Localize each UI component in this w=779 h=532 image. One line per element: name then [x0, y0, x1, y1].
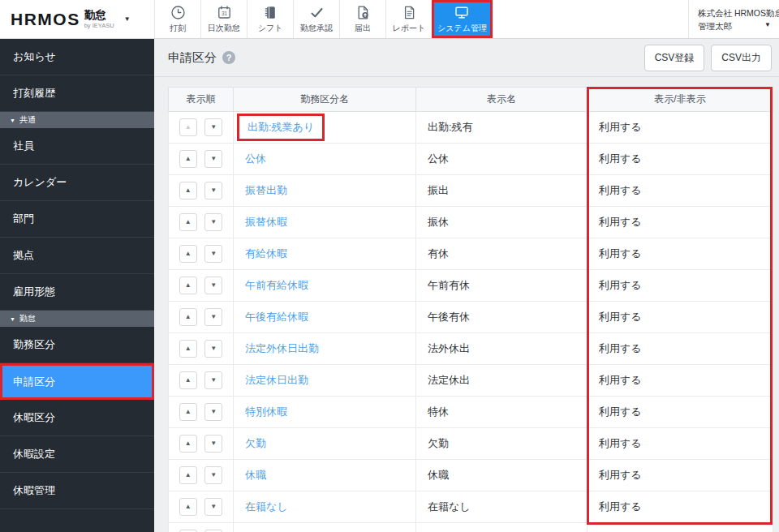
- work-category-link[interactable]: 特別休暇: [245, 405, 287, 418]
- sidebar-item-location[interactable]: 拠点: [0, 238, 154, 274]
- name-cell: 法定休日出勤: [234, 365, 416, 397]
- sidebar-item-employees[interactable]: 社員: [0, 128, 154, 165]
- logo-dropdown-caret[interactable]: ▼: [124, 15, 131, 23]
- sidebar-section-common[interactable]: ▼ 共通: [0, 112, 154, 128]
- order-cell: ▲ ▼: [169, 491, 234, 523]
- header-display-name: 表示名: [416, 88, 587, 112]
- csv-export-button[interactable]: CSV出力: [711, 45, 772, 71]
- display-name-cell: 欠勤: [416, 428, 587, 460]
- move-up-button[interactable]: ▲: [179, 498, 197, 516]
- move-down-button[interactable]: ▼: [204, 118, 222, 136]
- move-down-button[interactable]: ▼: [204, 150, 222, 168]
- move-up-button[interactable]: ▲: [179, 182, 197, 200]
- nav-item-approval[interactable]: 勤怠承認: [293, 0, 339, 38]
- help-icon[interactable]: ?: [222, 51, 235, 64]
- work-category-link[interactable]: 振替休暇: [245, 216, 287, 228]
- sidebar: お知らせ 打刻履歴 ▼ 共通 社員 カレンダー 部門 拠点 雇用形態 ▼ 勤怠 …: [0, 39, 154, 532]
- sidebar-section-attendance[interactable]: ▼ 勤怠: [0, 311, 154, 327]
- display-name-cell: [416, 523, 587, 532]
- order-cell: ▲ ▼: [169, 144, 234, 175]
- sidebar-item-work-category[interactable]: 勤務区分: [0, 327, 154, 363]
- name-cell: 特別休暇: [234, 397, 416, 428]
- move-up-button[interactable]: ▲: [179, 213, 197, 231]
- sidebar-item-leave-category[interactable]: 休暇区分: [0, 400, 154, 436]
- nav-item-daily-attendance[interactable]: 31 日次勤怠: [200, 0, 247, 38]
- move-down-button[interactable]: ▼: [204, 182, 222, 200]
- name-cell: 有給休暇: [234, 238, 416, 270]
- work-category-link[interactable]: 欠勤: [245, 437, 266, 449]
- usage-cell: 利用する: [587, 333, 773, 365]
- csv-register-button[interactable]: CSV登録: [644, 45, 705, 71]
- move-down-button[interactable]: ▼: [204, 308, 222, 326]
- order-cell: ▲ ▼: [169, 460, 234, 491]
- table-row: ▲ ▼ 公休 公休 利用する: [169, 144, 773, 175]
- usage-cell: 利用する: [587, 302, 773, 333]
- user-menu[interactable]: 株式会社 HRMOS勤怠 管理太郎 ▼: [688, 0, 779, 38]
- work-category-link[interactable]: 在籍なし: [245, 500, 288, 513]
- move-up-button[interactable]: ▲: [179, 150, 197, 168]
- move-down-button[interactable]: ▼: [204, 277, 222, 294]
- sidebar-item-employment-type[interactable]: 雇用形態: [0, 274, 154, 311]
- usage-cell: 利用する: [587, 491, 773, 523]
- move-down-button[interactable]: ▼: [204, 340, 222, 358]
- move-down-button[interactable]: ▼: [204, 213, 222, 231]
- page-title: 申請区分: [168, 50, 217, 66]
- work-category-link[interactable]: 法定休日出勤: [245, 374, 308, 386]
- move-up-button[interactable]: ▲: [179, 308, 197, 326]
- work-category-link[interactable]: 出勤:残業あり: [237, 114, 325, 141]
- table-row: ▲ ▼ 特別休暇 特休 利用する: [169, 397, 773, 428]
- nav-item-report[interactable]: レポート: [385, 0, 432, 38]
- nav-item-application[interactable]: 届出: [339, 0, 385, 38]
- table-row: ▲ ▼ 振替出勤 振出 利用する: [169, 175, 773, 207]
- section-caret-icon: ▼: [10, 316, 15, 322]
- sidebar-item-department[interactable]: 部門: [0, 201, 154, 238]
- top-bar: HRMOS 勤怠 by IEYASU ▼ 打刻 31 日次勤怠 シフト 勤怠承認…: [0, 0, 779, 39]
- nav-item-system-admin[interactable]: システム管理: [432, 0, 493, 38]
- sidebar-item-punch-history[interactable]: 打刻履歴: [0, 75, 154, 112]
- nav-item-shift[interactable]: シフト: [247, 0, 293, 38]
- usage-cell: 利用する: [587, 207, 773, 238]
- name-cell: 公休: [234, 144, 416, 175]
- move-up-button[interactable]: ▲: [179, 403, 197, 421]
- doc-upload-icon: [355, 5, 371, 20]
- sidebar-item-news[interactable]: お知らせ: [0, 39, 154, 75]
- work-category-link[interactable]: 公休: [245, 152, 266, 165]
- sidebar-item-calendar[interactable]: カレンダー: [0, 165, 154, 201]
- move-down-button[interactable]: ▼: [204, 466, 222, 484]
- nav-item-timeclock[interactable]: 打刻: [154, 0, 200, 38]
- move-up-button[interactable]: ▲: [179, 466, 197, 484]
- name-cell: 在籍なし: [234, 491, 416, 523]
- work-category-link[interactable]: 休職: [245, 469, 266, 481]
- move-down-button[interactable]: ▼: [204, 371, 222, 389]
- page-header: 申請区分 ? CSV登録 CSV出力: [154, 39, 779, 77]
- order-cell: ▲ ▼: [169, 428, 234, 460]
- doc-lines-icon: [402, 5, 417, 20]
- main-content: 申請区分 ? CSV登録 CSV出力 表示順 勤務区分名 表示名 表示/非表示: [154, 39, 779, 532]
- usage-cell: [587, 523, 773, 532]
- usage-cell: 利用する: [587, 175, 773, 207]
- move-up-button[interactable]: ▲: [179, 340, 197, 358]
- move-down-button[interactable]: ▼: [204, 403, 222, 421]
- usage-cell: 利用する: [587, 238, 773, 270]
- table-row: ▲ ▼ 出勤:残業あり 出勤:残有 利用する: [169, 112, 773, 144]
- work-category-link[interactable]: 振替出勤: [245, 184, 287, 196]
- move-up-button[interactable]: ▲: [179, 245, 197, 263]
- work-category-link[interactable]: 午前有給休暇: [245, 279, 308, 291]
- move-up-button[interactable]: ▲: [179, 435, 197, 453]
- work-category-link[interactable]: 有給休暇: [245, 247, 287, 260]
- work-category-link[interactable]: 午後有給休暇: [245, 311, 308, 323]
- move-down-button[interactable]: ▼: [204, 245, 222, 263]
- move-down-button[interactable]: ▼: [204, 498, 222, 516]
- sidebar-item-leave-management[interactable]: 休暇管理: [0, 473, 154, 509]
- work-category-link[interactable]: 法定外休日出勤: [245, 342, 319, 354]
- monitor-icon: [454, 5, 470, 20]
- check-icon: [309, 5, 325, 20]
- sidebar-item-application-category[interactable]: 申請区分: [0, 363, 154, 400]
- name-cell: 午後有給休暇: [234, 302, 416, 333]
- table-row: ▲ ▼ 在籍なし 在籍なし 利用する: [169, 491, 773, 523]
- move-down-button[interactable]: ▼: [204, 435, 222, 453]
- display-name-cell: 有休: [416, 238, 587, 270]
- move-up-button[interactable]: ▲: [179, 277, 197, 294]
- sidebar-item-leave-settings[interactable]: 休暇設定: [0, 436, 154, 473]
- move-up-button[interactable]: ▲: [179, 371, 197, 389]
